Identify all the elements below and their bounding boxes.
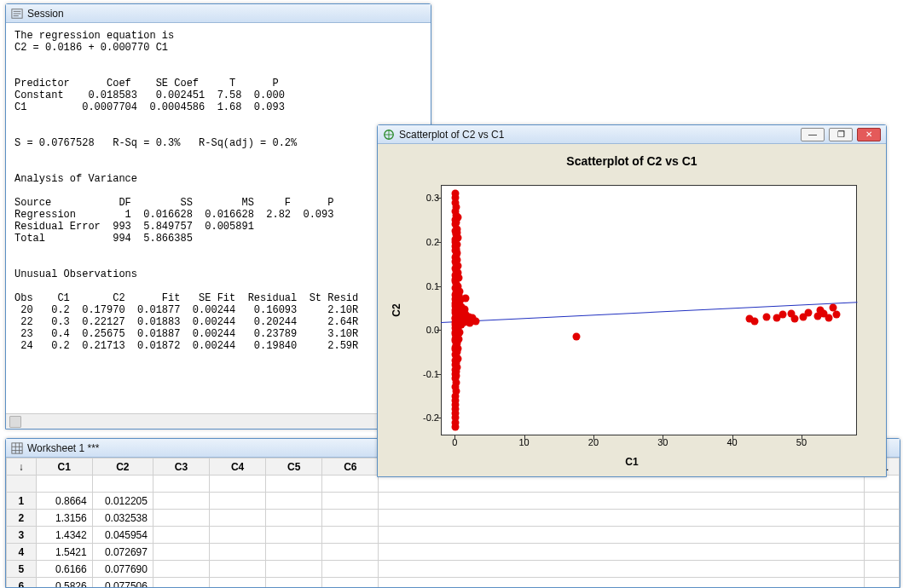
col-header[interactable]: C5: [266, 458, 322, 476]
scatterplot-title: Scatterplot of C2 vs C1: [399, 129, 504, 141]
col-header[interactable]: C2: [92, 458, 153, 476]
table-row: 41.54210.072697: [7, 544, 900, 561]
minimize-button[interactable]: —: [801, 128, 825, 141]
x-axis-label: C1: [625, 456, 638, 468]
data-point: [763, 313, 771, 320]
plot-area: [441, 185, 857, 435]
scatterplot-window: Scatterplot of C2 vs C1 — ❐ ✕ Scatterplo…: [377, 124, 887, 477]
scatterplot-titlebar[interactable]: Scatterplot of C2 vs C1 — ❐ ✕: [378, 125, 886, 144]
col-header[interactable]: C1: [36, 458, 92, 476]
table-row: 60.58260.077506: [7, 578, 900, 588]
chart-icon: [383, 129, 395, 141]
svg-rect-4: [12, 442, 22, 453]
scroll-left-button[interactable]: [9, 416, 21, 428]
data-point: [832, 311, 840, 319]
table-row: 10.86640.012205: [7, 493, 900, 510]
session-icon: [11, 8, 23, 20]
col-header[interactable]: C3: [153, 458, 209, 476]
session-hscroll[interactable]: [6, 413, 431, 429]
blank-row-header[interactable]: [7, 476, 37, 493]
data-point: [779, 311, 786, 319]
data-point: [751, 317, 759, 325]
session-window: Session The regression equation is C2 = …: [5, 3, 431, 429]
table-row: 31.43420.045954: [7, 527, 900, 544]
data-point: [451, 423, 459, 430]
table-row: 21.31560.032538: [7, 510, 900, 527]
worksheet-title: Worksheet 1 ***: [27, 442, 100, 454]
data-point: [805, 308, 813, 316]
chart-title: Scatterplot of C2 vs C1: [383, 149, 881, 170]
session-title: Session: [27, 8, 64, 20]
maximize-button[interactable]: ❐: [829, 128, 853, 141]
table-row: 50.61660.077690: [7, 561, 900, 578]
session-output[interactable]: The regression equation is C2 = 0.0186 +…: [6, 23, 431, 413]
close-button[interactable]: ✕: [857, 128, 881, 141]
col-header[interactable]: C6: [322, 458, 379, 476]
chart-canvas[interactable]: Scatterplot of C2 vs C1 C2 C1 -0.2-0.10.…: [378, 144, 886, 476]
worksheet-icon: [11, 442, 23, 454]
session-titlebar[interactable]: Session: [6, 4, 431, 23]
y-axis-label: C2: [391, 303, 402, 316]
col-header[interactable]: C4: [210, 458, 266, 476]
data-point: [790, 315, 798, 323]
data-point: [466, 320, 474, 327]
data-point: [572, 332, 580, 340]
row-selector-header[interactable]: ↓: [7, 458, 37, 476]
